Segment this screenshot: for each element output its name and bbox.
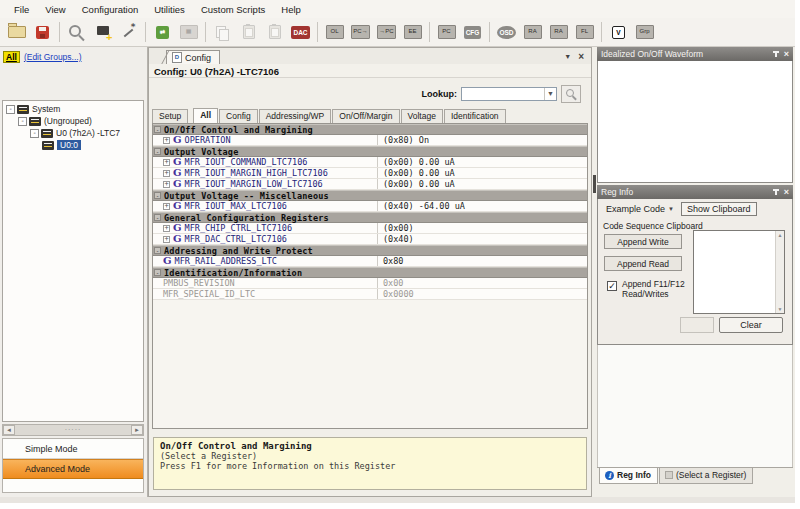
register-row-mfr-iout-margin-high-ltc7106[interactable]: +GMFR_IOUT_MARGIN_HIGH_LTC7106(0x00) 0.0… [153,168,587,179]
section-header-general-configuration-registers[interactable]: -General Configuration Registers [153,212,587,223]
tab-on-off-margin[interactable]: On/Off/Margin [332,109,399,123]
register-row-mfr-rail-address-ltc[interactable]: GMFR_RAIL_ADDRESS_LTC0x80 [153,256,587,267]
tab-all[interactable]: All [193,108,218,123]
menu-item-help[interactable]: Help [273,2,309,17]
section-collapse-icon[interactable]: - [154,247,161,254]
copy-icon[interactable] [210,20,235,44]
register-row-mfr-iout-margin-low-ltc7106[interactable]: +GMFR_IOUT_MARGIN_LOW_LTC7106(0x00) 0.00… [153,179,587,190]
lookup-search-button[interactable] [561,85,581,103]
section-header-output-voltage-miscellaneous[interactable]: -Output Voltage -- Miscellaneous [153,190,587,201]
config-document-tab[interactable]: D Config [166,50,220,64]
register-row-mfr-dac-ctrl-ltc7106[interactable]: +GMFR_DAC_CTRL_LTC7106(0x40) [153,234,587,245]
setup-wizard-icon[interactable] [116,20,141,44]
section-header-output-voltage[interactable]: -Output Voltage [153,146,587,157]
ram-write-icon[interactable]: RA [520,20,545,44]
tab-config[interactable]: Config [219,109,258,123]
open-file-icon[interactable] [4,20,29,44]
pin-icon[interactable] [772,50,780,58]
code-clipboard-textarea[interactable]: ▲▼ [693,230,785,314]
section-collapse-icon[interactable]: - [154,126,161,133]
section-collapse-icon[interactable]: - [154,192,161,199]
expand-plus-icon[interactable]: + [163,236,170,243]
menu-item-file[interactable]: File [6,2,37,17]
panel-menu-chevron-icon[interactable]: ▼ [564,53,571,60]
chevron-down-icon[interactable]: ▼ [544,88,556,100]
paste-icon[interactable] [236,20,261,44]
all-group-badge[interactable]: All [3,51,20,63]
expand-plus-icon[interactable]: + [163,137,170,144]
section-collapse-icon[interactable]: - [154,148,161,155]
register-row-operation[interactable]: +GOPERATION(0x80) On [153,135,587,146]
register-row-mfr-iout-max-ltc7106[interactable]: +GMFR_IOUT_MAX_LTC7106(0x40) -64.00 uA [153,201,587,212]
panel-close-icon[interactable]: × [578,51,584,62]
dock-tab-reg-info[interactable]: iReg Info [599,468,658,484]
tree-item-system[interactable]: -System [3,103,143,115]
section-header-addressing-and-write-protect[interactable]: -Addressing and Write Protect [153,245,587,256]
register-row-mfr-chip-ctrl-ltc7106[interactable]: +GMFR_CHIP_CTRL_LTC7106(0x00) [153,223,587,234]
scroll-right-icon[interactable]: ► [131,425,143,435]
show-clipboard-button[interactable]: Show Clipboard [681,202,757,216]
expand-plus-icon[interactable]: + [163,225,170,232]
fl-chip-icon[interactable]: FL [572,20,597,44]
tree-item-ungrouped[interactable]: -(Ungrouped) [3,115,143,127]
find-icon[interactable] [64,20,89,44]
textarea-scrollbar[interactable]: ▲▼ [775,231,784,313]
scroll-up-icon[interactable]: ▲ [778,232,783,238]
tab-identification[interactable]: Identification [444,109,506,123]
telemetry-icon[interactable]: ▦ [176,20,201,44]
splitter-grip[interactable] [593,175,596,193]
register-row-mfr-special-id-ltc[interactable]: MFR_SPECIAL_ID_LTC0x0000 [153,289,587,300]
pc-to-ram-icon[interactable]: PC→ [348,20,373,44]
close-icon[interactable]: × [784,50,789,58]
add-device-icon[interactable] [90,20,115,44]
cfg-icon[interactable]: CFG [460,20,485,44]
scroll-down-icon[interactable]: ▼ [778,306,783,312]
pin-icon[interactable] [772,188,780,196]
tree-horizontal-scrollbar[interactable]: ◄ ····· ► [2,424,144,436]
close-icon[interactable]: × [784,188,789,196]
ram-verify-icon[interactable]: RA [546,20,571,44]
register-row-mfr-iout-command-ltc7106[interactable]: +GMFR_IOUT_COMMAND_LTC7106(0x00) 0.00 uA [153,157,587,168]
tab-voltage[interactable]: Voltage [401,109,443,123]
advanced-mode-button[interactable]: Advanced Mode [3,459,143,479]
tree-expander-icon[interactable]: - [18,117,27,126]
menu-item-view[interactable]: View [37,2,73,17]
simple-mode-button[interactable]: Simple Mode [3,439,143,459]
tree-expander-icon[interactable]: - [30,129,39,138]
clear-button[interactable]: Clear [719,317,783,333]
expand-plus-icon[interactable]: + [163,203,170,210]
menu-item-configuration[interactable]: Configuration [74,2,147,17]
dock-tab-select-a-register[interactable]: (Select a Register) [659,468,753,484]
nvm-icon[interactable]: EE [400,20,425,44]
lookup-combobox[interactable]: ▼ [461,87,557,101]
edit-groups-link[interactable]: (Edit Groups...) [24,52,82,62]
go-online-icon[interactable]: ⇄ [150,20,175,44]
expand-plus-icon[interactable]: + [163,159,170,166]
pc-chip-icon[interactable]: PC [434,20,459,44]
tab-setup[interactable]: Setup [152,109,188,123]
expand-plus-icon[interactable]: + [163,170,170,177]
register-row-pmbus-revision[interactable]: PMBUS_REVISION0x00 [153,278,587,289]
tree-expander-icon[interactable]: - [6,105,15,114]
expand-plus-icon[interactable]: + [163,181,170,188]
tab-addressing-wp[interactable]: Addressing/WP [259,109,332,123]
ram-to-pc-icon[interactable]: →PC [374,20,399,44]
section-header-identification-information[interactable]: -Identification/Information [153,267,587,278]
onoff-line-icon[interactable]: OL [322,20,347,44]
append-f11-f12-checkbox[interactable]: ✓ [607,281,617,291]
scrollbar-track[interactable]: ····· [15,425,131,435]
menu-item-utilities[interactable]: Utilities [146,2,193,17]
dac-icon[interactable]: DAC [288,20,313,44]
group-off-icon[interactable]: Grp [632,20,657,44]
section-header-on-off-control-and-margining[interactable]: -On/Off Control and Margining [153,124,587,135]
osd-icon[interactable]: OSD [494,20,519,44]
tree-item-u0-7h2a-ltc7[interactable]: -U0 (7h2A) -LTC7 [3,127,143,139]
append-read-button[interactable]: Append Read [604,256,682,271]
secondary-button[interactable] [680,317,714,333]
example-code-button[interactable]: Example Code ▼ [603,203,677,215]
v-icon[interactable]: V [606,20,631,44]
append-write-button[interactable]: Append Write [604,234,682,249]
menu-item-custom-scripts[interactable]: Custom Scripts [193,2,273,17]
section-collapse-icon[interactable]: - [154,269,161,276]
save-icon[interactable] [30,20,55,44]
